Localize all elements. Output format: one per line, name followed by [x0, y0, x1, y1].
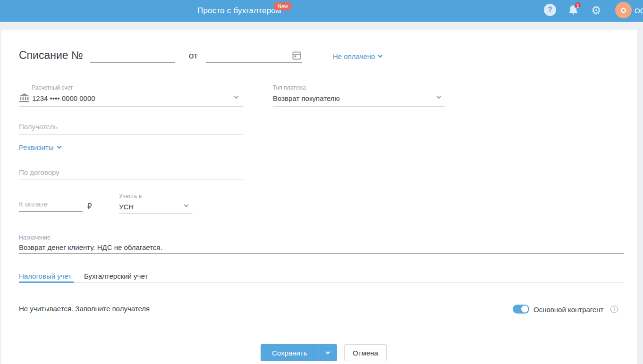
purpose-label: Назначение: [19, 234, 51, 241]
account-underline: [19, 107, 243, 107]
bank-icon: [19, 93, 29, 104]
tab-bookkeeping[interactable]: Бухгалтерский учет: [84, 272, 148, 280]
main-contractor-label: Основной контрагент: [533, 306, 603, 314]
details-link-label: Реквизиты: [19, 143, 54, 151]
payment-type-label: Тип платежа: [273, 84, 306, 91]
tabs-divider: [19, 282, 624, 283]
currency-symbol: ₽: [87, 202, 92, 211]
account-in-underline: [119, 214, 193, 214]
chevron-down-icon: [326, 349, 330, 354]
calendar-icon[interactable]: [292, 51, 301, 62]
app-title: Просто с бухгалтером: [197, 6, 281, 16]
date-prefix-label: от: [189, 50, 198, 61]
cancel-button[interactable]: Отмена: [344, 344, 387, 361]
amount-input[interactable]: [19, 200, 83, 212]
doc-number-input[interactable]: [90, 51, 175, 63]
chevron-down-icon: [57, 144, 61, 149]
content-card: [1, 30, 637, 364]
chevron-down-icon: [378, 53, 383, 58]
save-split-button: Сохранить: [261, 344, 337, 361]
account-value[interactable]: 1234 •••• 0000 0000: [32, 94, 95, 102]
help-icon[interactable]: ?: [544, 4, 556, 16]
payment-type-value[interactable]: Возврат покупателю: [273, 94, 340, 102]
payment-status-dropdown[interactable]: Не оплачено: [333, 52, 382, 60]
purpose-value[interactable]: Возврат денег клиенту. НДС не облагается…: [19, 243, 162, 251]
tax-status-text: Не учитывается. Заполните получателя: [19, 305, 150, 313]
date-input[interactable]: [206, 51, 302, 63]
header-bar: Просто с бухгалтером New ? 1 ⚙ О ОО: [0, 0, 643, 22]
account-label: Расчетный счет: [32, 84, 73, 91]
details-link[interactable]: Реквизиты: [19, 143, 61, 151]
tab-tax-accounting[interactable]: Налоговый учет: [19, 272, 71, 280]
active-tab-indicator: [19, 281, 74, 283]
recipient-input[interactable]: [19, 123, 243, 134]
info-icon[interactable]: i: [610, 306, 618, 313]
page-title: Списание №: [19, 49, 83, 62]
notification-badge: 1: [574, 1, 582, 9]
account-in-value[interactable]: УСН: [119, 203, 134, 211]
contract-input[interactable]: [19, 168, 243, 180]
gear-icon[interactable]: ⚙: [591, 3, 601, 18]
avatar[interactable]: О: [615, 2, 632, 18]
org-name[interactable]: ОО: [635, 7, 643, 15]
save-button[interactable]: Сохранить: [261, 344, 319, 361]
notifications-button[interactable]: 1: [568, 4, 582, 17]
payment-type-underline: [273, 107, 445, 107]
save-options-button[interactable]: [319, 344, 337, 361]
toggle-knob: [521, 306, 528, 313]
new-badge: New: [274, 2, 291, 10]
main-contractor-toggle[interactable]: [513, 305, 529, 314]
payment-status-label: Не оплачено: [333, 52, 375, 60]
page: Просто с бухгалтером New ? 1 ⚙ О ОО Спис…: [0, 0, 643, 364]
account-in-label: Учесть в: [119, 193, 142, 199]
purpose-underline: [19, 253, 624, 254]
